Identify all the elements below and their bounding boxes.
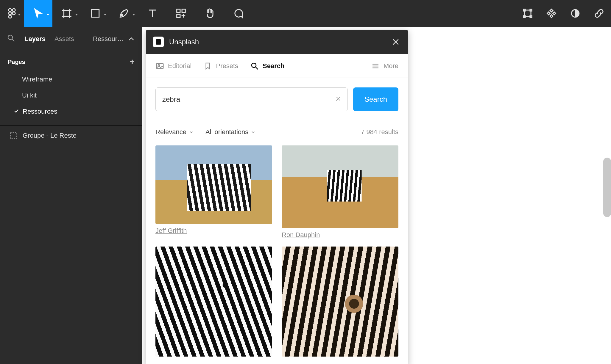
clear-search-button[interactable] <box>335 95 342 104</box>
page-item-wireframe[interactable]: Wireframe <box>0 71 142 87</box>
orientation-dropdown[interactable]: All orientations <box>205 128 255 136</box>
comment-icon <box>233 8 244 19</box>
unsplash-logo-icon <box>153 37 164 47</box>
pages-header-label: Pages <box>8 59 25 65</box>
link-icon <box>593 8 605 19</box>
svg-rect-9 <box>91 10 99 17</box>
svg-point-1 <box>13 9 15 12</box>
hand-icon <box>204 8 215 19</box>
top-toolbar <box>0 0 611 27</box>
result-card[interactable]: Ron Dauphin <box>282 145 398 239</box>
layer-label: Groupe - Le Reste <box>23 132 77 139</box>
search-row: Search <box>146 78 408 121</box>
page-item-ressources[interactable]: Ressources <box>0 103 142 120</box>
text-icon <box>147 8 158 19</box>
text-tool-button[interactable] <box>138 0 167 27</box>
search-input[interactable] <box>162 95 335 104</box>
svg-point-10 <box>121 15 123 16</box>
svg-point-0 <box>9 9 11 12</box>
tab-editorial[interactable]: Editorial <box>155 62 191 70</box>
result-thumbnail <box>282 247 398 357</box>
page-list: Wireframe Ui kit Ressources <box>0 70 142 125</box>
filter-row: Relevance All orientations 7 984 results <box>146 121 408 139</box>
page-selector-dropdown[interactable]: Ressour… <box>93 34 136 43</box>
page-item-label: Ressources <box>23 108 57 115</box>
svg-line-28 <box>256 67 258 69</box>
chevron-down-icon <box>189 130 194 134</box>
tab-more[interactable]: More <box>371 62 398 70</box>
sort-dropdown[interactable]: Relevance <box>155 128 194 136</box>
frame-icon <box>61 8 72 19</box>
vertical-scrollbar-thumb[interactable] <box>603 158 611 217</box>
left-sidebar: Layers Assets Ressour… Pages + Wireframe… <box>0 27 142 364</box>
resources-icon <box>175 8 187 19</box>
frame-tool-button[interactable] <box>52 0 81 27</box>
pages-header: Pages + <box>0 51 142 70</box>
page-item-uikit[interactable]: Ui kit <box>0 87 142 103</box>
pen-tool-button[interactable] <box>110 0 138 27</box>
close-icon <box>391 37 400 46</box>
figma-logo-icon <box>6 8 18 19</box>
link-button[interactable] <box>587 0 611 27</box>
tab-layers[interactable]: Layers <box>24 35 46 43</box>
chevron-up-icon <box>127 34 136 43</box>
result-author[interactable]: Jeff Griffith <box>155 227 272 235</box>
unsplash-plugin-panel: Unsplash Editorial Presets Search More <box>146 30 408 364</box>
cursor-icon <box>32 8 44 19</box>
plugin-tabs: Editorial Presets Search More <box>146 54 408 78</box>
svg-point-4 <box>9 15 11 18</box>
main-menu-button[interactable] <box>0 0 24 27</box>
search-icon <box>250 62 259 70</box>
svg-rect-12 <box>182 9 185 12</box>
hand-tool-button[interactable] <box>195 0 224 27</box>
comment-tool-button[interactable] <box>224 0 252 27</box>
resources-tool-button[interactable] <box>167 0 195 27</box>
svg-point-27 <box>252 63 256 68</box>
result-card[interactable] <box>282 247 398 357</box>
close-icon <box>335 95 342 102</box>
plugin-header[interactable]: Unsplash <box>146 30 408 54</box>
sidebar-tabs: Layers Assets Ressour… <box>0 27 142 51</box>
add-page-button[interactable]: + <box>130 57 135 67</box>
check-icon <box>14 108 19 115</box>
result-thumbnail <box>282 145 398 228</box>
list-icon <box>371 62 380 70</box>
bookmark-icon <box>203 62 212 70</box>
svg-rect-22 <box>10 133 16 139</box>
results-grid: Jeff Griffith Ron Dauphin <box>146 139 408 364</box>
diamond-four-icon <box>546 8 557 19</box>
tab-presets[interactable]: Presets <box>203 62 238 70</box>
chevron-down-icon <box>251 130 255 134</box>
dev-mode-button[interactable] <box>540 0 563 27</box>
svg-point-3 <box>13 12 15 15</box>
search-icon[interactable] <box>7 34 15 44</box>
search-button[interactable]: Search <box>353 87 398 111</box>
shape-tool-button[interactable] <box>81 0 110 27</box>
plugin-title: Unsplash <box>169 38 199 46</box>
mask-button[interactable] <box>563 0 587 27</box>
close-plugin-button[interactable] <box>391 37 401 47</box>
svg-point-20 <box>8 35 13 40</box>
result-thumbnail <box>155 145 272 224</box>
half-moon-icon <box>570 8 581 19</box>
group-icon <box>9 131 18 140</box>
search-input-wrap <box>155 87 348 111</box>
svg-rect-13 <box>177 14 180 18</box>
result-author[interactable]: Ron Dauphin <box>282 231 398 239</box>
move-tool-button[interactable] <box>24 0 52 27</box>
result-thumbnail <box>155 247 272 357</box>
tab-assets[interactable]: Assets <box>54 35 74 43</box>
results-count: 7 984 results <box>361 128 398 136</box>
tab-search[interactable]: Search <box>250 62 284 70</box>
svg-rect-11 <box>177 9 180 12</box>
components-button[interactable] <box>516 0 540 27</box>
result-card[interactable] <box>155 247 272 357</box>
page-selector-label: Ressour… <box>93 35 124 43</box>
layer-row[interactable]: Groupe - Le Reste <box>0 126 142 145</box>
image-icon <box>155 62 164 70</box>
bounding-box-icon <box>522 8 533 19</box>
result-card[interactable]: Jeff Griffith <box>155 145 272 239</box>
rectangle-icon <box>90 8 101 19</box>
svg-point-2 <box>9 12 11 15</box>
pen-icon <box>118 8 130 19</box>
